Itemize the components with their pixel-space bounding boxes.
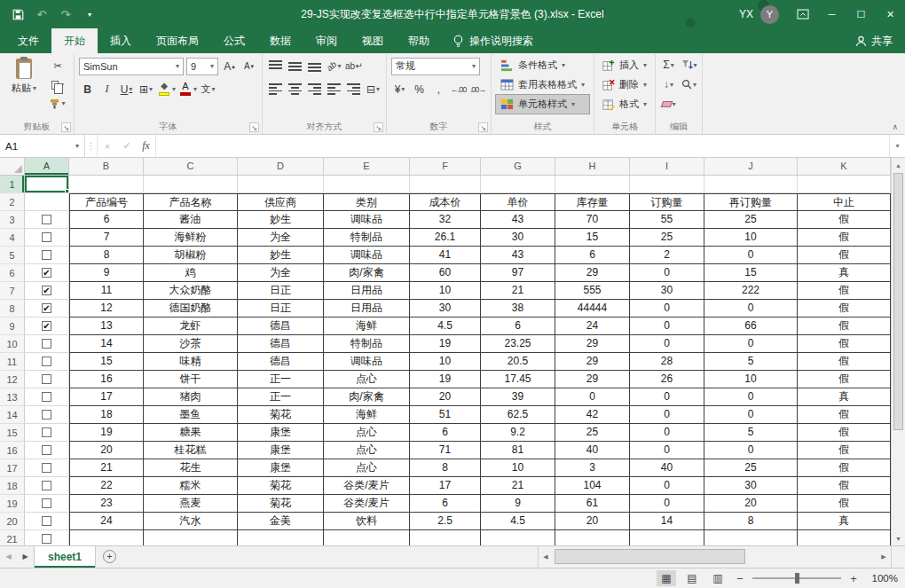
cell-E13[interactable]: 肉/家禽 — [324, 388, 410, 406]
cell-K18[interactable]: 假 — [798, 477, 891, 495]
cell-J3[interactable]: 25 — [704, 211, 798, 229]
cell-F3[interactable]: 32 — [410, 211, 481, 229]
row-header-13[interactable]: 13 — [0, 388, 25, 406]
cell-C12[interactable]: 饼干 — [144, 371, 238, 388]
cell-D10[interactable]: 德昌 — [238, 335, 324, 353]
align-left-button[interactable] — [267, 81, 284, 98]
cell-H10[interactable]: 29 — [555, 335, 630, 353]
cell-H12[interactable]: 29 — [555, 371, 630, 388]
orientation-button[interactable]: ab▾ — [326, 58, 342, 75]
share-button[interactable]: 共享 — [855, 34, 893, 49]
copy-button[interactable]: ▾ — [46, 77, 69, 92]
top-align-button[interactable] — [267, 58, 284, 75]
cancel-button[interactable]: × — [98, 135, 117, 157]
alignment-dialog-launcher[interactable]: ↘ — [374, 122, 383, 132]
fill-button[interactable]: ↓▾ — [660, 75, 677, 93]
col-header-H[interactable]: H — [555, 158, 630, 175]
cell-F21[interactable] — [410, 530, 481, 545]
cell-K7[interactable]: 假 — [798, 282, 891, 300]
row-header-12[interactable]: 12 — [0, 371, 25, 388]
cell-J19[interactable]: 20 — [704, 495, 798, 513]
ribbon-tab-insert[interactable]: 插入 — [98, 28, 144, 53]
cell-D21[interactable] — [238, 530, 324, 545]
cell-I11[interactable]: 28 — [630, 353, 704, 371]
horizontal-scroll-track[interactable] — [553, 546, 877, 568]
col-header-B[interactable]: B — [69, 158, 144, 175]
clear-button[interactable]: ▾ — [660, 95, 677, 113]
cell-D13[interactable]: 正一 — [238, 388, 324, 406]
cell-H5[interactable]: 6 — [555, 247, 630, 264]
font-dialog-launcher[interactable]: ↘ — [249, 122, 259, 132]
ribbon-display-options-button[interactable] — [788, 0, 817, 28]
col-header-F[interactable]: F — [410, 158, 481, 175]
col-header-E[interactable]: E — [324, 158, 410, 175]
checkbox-row-13-unchecked[interactable] — [42, 392, 51, 402]
cell-K12[interactable]: 假 — [798, 371, 891, 388]
cell-J18[interactable]: 30 — [704, 477, 798, 495]
cell-H20[interactable]: 20 — [555, 513, 630, 530]
cell-J16[interactable]: 0 — [704, 442, 798, 459]
cell-F19[interactable]: 6 — [410, 495, 481, 513]
vertical-scrollbar[interactable]: ▲ ▼ — [891, 158, 905, 545]
cell-E8[interactable]: 日用品 — [324, 300, 410, 318]
font-name-select[interactable]: SimSun▾ — [79, 58, 184, 75]
collapse-ribbon-button[interactable]: ∧ — [892, 122, 898, 131]
font-size-select[interactable]: 9▾ — [186, 58, 218, 75]
cell-A10[interactable] — [25, 335, 69, 353]
cell-B13[interactable]: 17 — [69, 388, 144, 406]
col-header-J[interactable]: J — [704, 158, 798, 175]
cell-C16[interactable]: 桂花糕 — [144, 442, 238, 459]
cell-D4[interactable]: 为全 — [238, 229, 324, 247]
ribbon-tab-formulas[interactable]: 公式 — [211, 28, 257, 53]
checkbox-row-12-unchecked[interactable] — [42, 374, 51, 384]
cell-K21[interactable] — [798, 530, 891, 545]
cell-G6[interactable]: 97 — [481, 264, 555, 282]
cell-A7[interactable]: ✔ — [25, 282, 69, 300]
cell-H11[interactable]: 29 — [555, 353, 630, 371]
cell-G18[interactable]: 21 — [481, 477, 555, 495]
cell-J20[interactable]: 8 — [704, 513, 798, 530]
cell-D19[interactable]: 菊花 — [238, 495, 324, 513]
cell-C6[interactable]: 鸡 — [144, 264, 238, 282]
formula-bar-splitter[interactable]: ⋮ — [85, 135, 98, 157]
cell-E16[interactable]: 点心 — [324, 442, 410, 459]
cell-G21[interactable] — [481, 530, 555, 545]
cell-J12[interactable]: 10 — [704, 371, 798, 388]
align-center-button[interactable] — [287, 81, 303, 98]
cell-A12[interactable] — [25, 371, 69, 388]
checkbox-row-3-unchecked[interactable] — [42, 215, 51, 224]
checkbox-row-14-unchecked[interactable] — [42, 410, 51, 419]
cell-A2[interactable] — [25, 193, 69, 211]
format-as-table-button[interactable]: 套用表格格式▾ — [496, 75, 589, 94]
increase-indent-button[interactable] — [345, 81, 362, 98]
cell-D12[interactable]: 正一 — [238, 371, 324, 388]
row-header-8[interactable]: 8 — [0, 300, 25, 318]
expand-formula-bar-button[interactable]: ▾ — [889, 135, 905, 157]
cell-K19[interactable]: 假 — [798, 495, 891, 513]
cell-F6[interactable]: 60 — [410, 264, 481, 282]
cell-B18[interactable]: 22 — [69, 477, 144, 495]
row-header-18[interactable]: 18 — [0, 477, 25, 495]
cell-F7[interactable]: 10 — [410, 282, 481, 300]
tell-me-search[interactable]: 操作说明搜索 — [452, 34, 533, 49]
find-select-button[interactable]: ▾ — [681, 75, 697, 93]
checkbox-row-10-unchecked[interactable] — [42, 339, 51, 349]
cell-B15[interactable]: 19 — [69, 424, 144, 442]
row-header-14[interactable]: 14 — [0, 406, 25, 424]
col-header-I[interactable]: I — [630, 158, 704, 175]
cell-B11[interactable]: 15 — [69, 353, 144, 371]
format-cells-button[interactable]: 格式▾ — [599, 95, 650, 114]
cell-A13[interactable] — [25, 388, 69, 406]
cell-F4[interactable]: 26.1 — [410, 229, 481, 247]
zoom-in-button[interactable]: + — [847, 572, 860, 585]
cell-I10[interactable]: 0 — [630, 335, 704, 353]
redo-button[interactable]: ↷ — [55, 3, 76, 26]
cell-D14[interactable]: 菊花 — [238, 406, 324, 424]
cell-I5[interactable]: 2 — [630, 247, 704, 264]
cell-D9[interactable]: 德昌 — [238, 318, 324, 335]
cell-D7[interactable]: 日正 — [238, 282, 324, 300]
cell-E7[interactable]: 日用品 — [324, 282, 410, 300]
cell-C13[interactable]: 猪肉 — [144, 388, 238, 406]
font-color-button[interactable]: A▾ — [178, 81, 197, 98]
cell-E6[interactable]: 肉/家禽 — [324, 264, 410, 282]
